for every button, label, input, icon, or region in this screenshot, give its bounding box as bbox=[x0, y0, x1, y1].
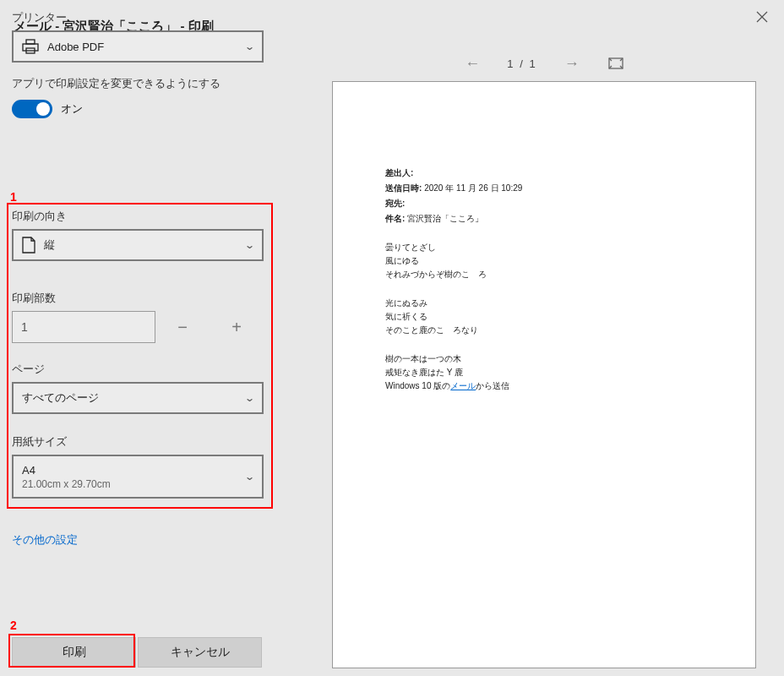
pv-body-line: 曇りてとざし bbox=[385, 241, 703, 254]
printer-icon bbox=[22, 39, 39, 54]
paper-selected: A4 bbox=[22, 464, 111, 477]
preview-page: 差出人: 送信日時: 2020 年 11 月 26 日 10:29 宛先: 件名… bbox=[332, 81, 756, 668]
copies-decrement[interactable]: − bbox=[155, 311, 210, 343]
pv-to-value bbox=[407, 199, 458, 208]
preview-toolbar: ← 1 / 1 → bbox=[463, 49, 624, 78]
pv-body-line: 風にゆる bbox=[385, 254, 703, 268]
pv-sent-label: 送信日時: bbox=[385, 183, 422, 193]
plus-icon: + bbox=[231, 318, 242, 337]
other-settings-link[interactable]: その他の設定 bbox=[12, 532, 78, 548]
pv-from-label: 差出人: bbox=[385, 168, 413, 177]
preview-fit-button[interactable] bbox=[607, 54, 625, 73]
svg-rect-2 bbox=[23, 44, 38, 51]
printer-dropdown[interactable]: Adobe PDF ⌄ bbox=[12, 30, 264, 63]
pv-sent-value: 2020 年 11 月 26 日 10:29 bbox=[424, 183, 522, 193]
pages-dropdown[interactable]: すべてのページ ⌄ bbox=[12, 382, 264, 414]
orientation-dropdown[interactable]: 縦 ⌄ bbox=[12, 229, 264, 261]
pv-subject-label: 件名: bbox=[385, 214, 405, 223]
chevron-down-icon: ⌄ bbox=[244, 392, 255, 404]
page-portrait-icon bbox=[22, 237, 35, 254]
pv-body-line: 樹の一本は一つの木 bbox=[385, 352, 703, 366]
pv-body-line: 気に祈くる bbox=[385, 310, 703, 324]
pv-to-label: 宛先: bbox=[385, 199, 405, 208]
arrow-right-icon: → bbox=[564, 55, 580, 73]
chevron-down-icon: ⌄ bbox=[244, 471, 255, 482]
orientation-label: 印刷の向き bbox=[12, 209, 264, 224]
close-icon bbox=[756, 11, 768, 23]
preview-page-indicator: 1 / 1 bbox=[507, 57, 536, 70]
arrow-left-icon: ← bbox=[465, 55, 480, 73]
pv-from-value bbox=[416, 169, 453, 177]
pages-label: ページ bbox=[12, 362, 264, 377]
pv-foot-post: から送信 bbox=[476, 381, 509, 390]
minus-icon: − bbox=[177, 318, 188, 337]
orientation-selected: 縦 bbox=[44, 237, 55, 253]
pv-body-line: 光にぬるみ bbox=[385, 297, 703, 310]
preview-prev-button[interactable]: ← bbox=[463, 54, 482, 73]
app-change-toggle[interactable] bbox=[12, 100, 52, 118]
fullscreen-icon bbox=[608, 57, 623, 69]
paper-sub: 21.00cm x 29.70cm bbox=[22, 478, 111, 490]
pv-body-line: そのこと鹿のこゝろなり bbox=[385, 324, 703, 337]
app-change-state: オン bbox=[61, 101, 83, 117]
pv-subject-value: 宮沢賢治「こころ」 bbox=[407, 214, 483, 223]
app-change-label: アプリで印刷設定を変更できるようにする bbox=[12, 76, 265, 91]
printer-label: プリンター bbox=[12, 10, 265, 25]
svg-rect-3 bbox=[26, 40, 35, 44]
preview-next-button[interactable]: → bbox=[563, 54, 581, 73]
paper-label: 用紙サイズ bbox=[12, 434, 264, 450]
pv-foot-pre: Windows 10 版の bbox=[385, 381, 450, 390]
print-options-panel: プリンター Adobe PDF ⌄ アプリで印刷設定を変更できるようにする オン… bbox=[0, 0, 277, 676]
pv-body-line: それみづからぞ樹のこゝろ bbox=[385, 268, 703, 281]
copies-increment[interactable]: + bbox=[210, 311, 264, 343]
annotation-2-number: 2 bbox=[10, 619, 17, 632]
paper-dropdown[interactable]: A4 21.00cm x 29.70cm ⌄ bbox=[12, 455, 264, 499]
cancel-button[interactable]: キャンセル bbox=[138, 637, 262, 668]
copies-label: 印刷部数 bbox=[12, 291, 264, 306]
copies-input[interactable] bbox=[12, 311, 155, 343]
preview-area: ← 1 / 1 → 差出人: 送信日時: 2020 年 11 月 26 日 10… bbox=[304, 49, 784, 676]
pv-foot-link[interactable]: メール bbox=[450, 381, 476, 390]
chevron-down-icon: ⌄ bbox=[244, 239, 255, 251]
pages-selected: すべてのページ bbox=[22, 390, 99, 406]
annotation-1-number: 1 bbox=[10, 190, 17, 204]
close-button[interactable] bbox=[754, 8, 770, 25]
chevron-down-icon: ⌄ bbox=[244, 41, 255, 52]
printer-selected: Adobe PDF bbox=[47, 41, 104, 53]
print-button[interactable]: 印刷 bbox=[12, 637, 136, 668]
pv-body-line: 戒矩なき鹿はた Y 鹿 bbox=[385, 366, 703, 379]
